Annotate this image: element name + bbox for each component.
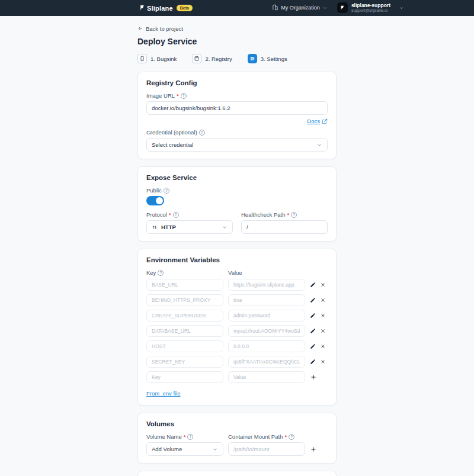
env-value-input <box>228 310 305 321</box>
step-registry[interactable]: 2. Registry <box>192 54 232 63</box>
env-var-row <box>146 279 328 291</box>
chevron-down-icon <box>316 142 322 148</box>
add-icon[interactable] <box>310 374 317 381</box>
back-arrow-icon <box>137 25 143 31</box>
help-icon <box>158 270 164 276</box>
edit-icon[interactable] <box>310 313 316 319</box>
env-value-input <box>228 356 305 368</box>
card-title: Registry Config <box>146 79 328 86</box>
edit-icon[interactable] <box>310 359 316 365</box>
healthcheck-label: Healthcheck Path * <box>241 211 328 218</box>
help-icon <box>291 212 297 218</box>
settings-step-icon <box>248 54 257 63</box>
edit-icon[interactable] <box>310 282 316 288</box>
help-icon <box>199 130 205 136</box>
wizard-steps: 1. Bugsink 2. Registry 3. Settings <box>137 54 337 63</box>
env-var-row <box>146 356 328 368</box>
step-bugsink[interactable]: 1. Bugsink <box>137 54 177 63</box>
chevron-down-icon <box>322 5 328 11</box>
volumes-card: Volumes Volume Name * Add Volume Contain… <box>137 413 337 464</box>
env-key-input <box>146 325 223 337</box>
env-value-input <box>228 294 305 306</box>
env-key-input <box>146 356 223 368</box>
top-navbar: Sliplane Beta My Organization sliplane-s… <box>0 0 474 16</box>
expose-service-card: Expose Service Public Protocol * HTTP <box>137 166 337 242</box>
remove-icon[interactable] <box>320 313 326 319</box>
page-title: Deploy Service <box>137 37 337 46</box>
organization-menu[interactable]: My Organization <box>272 4 328 12</box>
protocol-select[interactable]: HTTP <box>146 220 233 234</box>
card-title: Expose Service <box>146 174 328 181</box>
help-icon <box>173 212 179 218</box>
env-var-row <box>146 325 328 337</box>
help-icon <box>164 188 169 194</box>
additional-info-card: Additional Info Service Name * Advanced … <box>137 471 337 476</box>
registry-config-card: Registry Config Image URL * Docs Credent… <box>137 72 337 159</box>
card-title: Volumes <box>146 420 328 427</box>
brand-name: Sliplane <box>147 5 173 12</box>
env-value-input <box>228 340 305 352</box>
env-key-input <box>146 294 223 306</box>
help-icon <box>289 434 294 440</box>
image-url-input[interactable] <box>146 101 328 115</box>
mount-path-input[interactable] <box>228 442 305 456</box>
card-title: Environment Variables <box>146 256 328 263</box>
env-key-input <box>146 310 223 321</box>
organization-icon <box>272 4 278 12</box>
env-value-input <box>228 325 305 337</box>
flag-logo-icon <box>139 3 145 14</box>
registry-step-icon <box>192 54 201 63</box>
edit-icon[interactable] <box>310 328 316 334</box>
volume-name-label: Volume Name * <box>146 433 223 440</box>
external-link-icon <box>322 118 328 124</box>
user-email: support@sliplane.io <box>351 8 390 13</box>
public-toggle[interactable] <box>146 196 164 205</box>
remove-icon[interactable] <box>320 328 326 334</box>
organization-label: My Organization <box>281 5 320 11</box>
edit-icon[interactable] <box>310 343 316 349</box>
docs-link[interactable]: Docs <box>307 118 320 124</box>
chevron-down-icon <box>399 5 404 11</box>
remove-icon[interactable] <box>320 282 326 288</box>
protocol-label: Protocol * <box>146 211 233 218</box>
user-name: sliplane-support <box>351 2 390 8</box>
bugsink-step-icon <box>137 54 147 63</box>
mount-path-label: Container Mount Path * <box>228 433 305 440</box>
env-key-input <box>146 340 223 352</box>
help-icon <box>181 93 187 99</box>
help-icon <box>187 434 193 440</box>
add-icon[interactable] <box>310 446 317 453</box>
env-key-header: Key <box>146 269 223 276</box>
image-url-label: Image URL * <box>146 92 328 99</box>
deploy-service-page: Back to project Deploy Service 1. Bugsin… <box>137 16 337 476</box>
environment-variables-card: Environment Variables Key Value <box>137 249 337 406</box>
env-key-input <box>146 279 223 291</box>
env-var-row <box>146 310 328 321</box>
sliplane-logo[interactable]: Sliplane <box>139 3 173 14</box>
env-file-link[interactable]: From .env file <box>146 390 181 397</box>
volume-name-select[interactable]: Add Volume <box>146 442 223 456</box>
credential-select[interactable]: Select credential <box>146 138 328 152</box>
chevron-down-icon <box>212 446 218 452</box>
remove-icon[interactable] <box>320 343 326 349</box>
edit-icon[interactable] <box>310 297 316 303</box>
env-var-new-row <box>146 371 328 383</box>
avatar <box>337 2 348 13</box>
healthcheck-path-input[interactable] <box>241 220 328 234</box>
new-env-value-input[interactable] <box>228 371 305 383</box>
sort-icon <box>152 224 158 230</box>
env-var-row <box>146 294 328 306</box>
remove-icon[interactable] <box>320 297 326 303</box>
env-var-row <box>146 340 328 352</box>
step-settings[interactable]: 3. Settings <box>248 54 287 63</box>
chevron-down-icon <box>222 224 228 230</box>
user-menu[interactable]: sliplane-support support@sliplane.io <box>337 2 404 14</box>
back-to-project-link[interactable]: Back to project <box>137 25 183 32</box>
public-label: Public <box>146 187 328 194</box>
beta-badge: Beta <box>177 5 193 11</box>
new-env-key-input[interactable] <box>146 371 223 383</box>
credential-label: Credential (optional) <box>146 129 328 136</box>
remove-icon[interactable] <box>320 359 326 365</box>
env-value-input <box>228 279 305 291</box>
env-value-header: Value <box>228 269 305 276</box>
